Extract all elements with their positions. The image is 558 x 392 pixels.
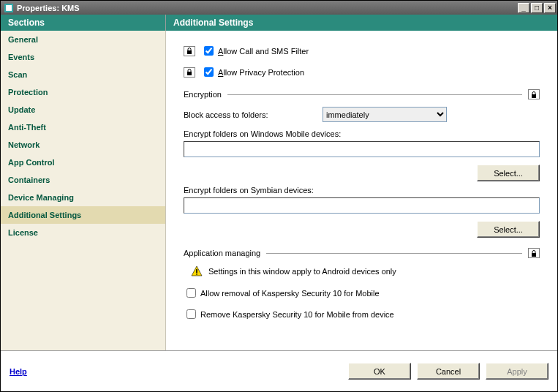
panel-heading: Additional Settings — [166, 15, 557, 31]
remove-ksm-label[interactable]: Remove Kaspersky Security 10 for Mobile … — [200, 310, 394, 319]
sidebar-item-device-managing[interactable]: Device Managing — [1, 189, 165, 206]
sidebar-item-containers[interactable]: Containers — [1, 171, 165, 189]
sidebar-item-events[interactable]: Events — [1, 48, 165, 66]
sidebar-item-license[interactable]: License — [1, 224, 165, 241]
footer: Help OK Cancel Apply — [1, 350, 557, 391]
maximize-button[interactable]: □ — [531, 3, 543, 13]
minimize-button[interactable]: _ — [518, 3, 529, 13]
lock-icon[interactable] — [528, 248, 540, 258]
main-area: GeneralEventsScanProtectionUpdateAnti-Th… — [1, 31, 557, 350]
select-wm-button[interactable]: Select... — [477, 165, 540, 181]
close-button[interactable]: × — [544, 3, 556, 13]
allow-call-sms-row: Allow Call and SMS Filter — [184, 44, 540, 58]
allow-privacy-row: Allow Privacy Protection — [184, 65, 540, 79]
svg-rect-3 — [187, 72, 192, 75]
section-header: Sections Additional Settings — [1, 15, 557, 31]
svg-rect-4 — [532, 94, 536, 98]
sidebar-item-update[interactable]: Update — [1, 101, 165, 118]
svg-rect-5 — [532, 253, 536, 257]
sidebar: GeneralEventsScanProtectionUpdateAnti-Th… — [1, 31, 166, 350]
cancel-button[interactable]: Cancel — [417, 363, 480, 380]
ok-button[interactable]: OK — [348, 363, 411, 380]
svg-rect-8 — [196, 274, 197, 275]
app-icon — [4, 3, 14, 13]
allow-removal-label[interactable]: Allow removal of Kaspersky Security 10 f… — [200, 289, 380, 298]
encryption-group-title: Encryption — [184, 90, 227, 99]
lock-icon[interactable] — [528, 89, 540, 99]
svg-rect-7 — [196, 269, 197, 273]
sidebar-item-scan[interactable]: Scan — [1, 66, 165, 83]
block-access-row: Block access to folders: immediately — [184, 107, 540, 122]
content-panel: Allow Call and SMS Filter Allow Privacy … — [166, 31, 557, 350]
sidebar-item-anti-theft[interactable]: Anti-Theft — [1, 118, 165, 136]
window-title: Properties: KMS — [17, 4, 80, 12]
select-sym-button[interactable]: Select... — [477, 221, 540, 238]
svg-rect-1 — [6, 5, 12, 11]
lock-icon[interactable] — [184, 67, 195, 78]
android-note-text: Settings in this window apply to Android… — [208, 267, 396, 276]
encrypt-sym-label: Encrypt folders on Symbian devices: — [184, 186, 540, 195]
encrypt-sym-input[interactable] — [184, 197, 540, 214]
encryption-group-header: Encryption — [184, 89, 540, 99]
warning-icon — [191, 265, 203, 277]
allow-call-sms-label[interactable]: Allow Call and SMS Filter — [218, 47, 309, 56]
encrypt-wm-label: Encrypt folders on Windows Mobile device… — [184, 129, 540, 138]
allow-call-sms-checkbox[interactable] — [204, 46, 214, 56]
android-note-row: Settings in this window apply to Android… — [191, 265, 540, 277]
app-managing-group-header: Application managing — [184, 248, 540, 258]
block-access-select[interactable]: immediately — [323, 107, 447, 122]
encrypt-wm-input[interactable] — [184, 141, 540, 157]
sidebar-item-additional-settings[interactable]: Additional Settings — [1, 206, 165, 224]
svg-rect-2 — [187, 50, 192, 54]
sidebar-item-general[interactable]: General — [1, 31, 165, 48]
sidebar-item-app-control[interactable]: App Control — [1, 154, 165, 171]
titlebar: Properties: KMS _ □ × — [1, 1, 557, 15]
allow-privacy-label[interactable]: Allow Privacy Protection — [218, 68, 304, 77]
remove-ksm-checkbox[interactable] — [186, 309, 196, 319]
block-access-label: Block access to folders: — [184, 110, 323, 119]
remove-ksm-row: Remove Kaspersky Security 10 for Mobile … — [184, 307, 540, 321]
sidebar-item-protection[interactable]: Protection — [1, 83, 165, 101]
sections-heading: Sections — [1, 15, 166, 31]
app-managing-group-title: Application managing — [184, 249, 266, 257]
help-link[interactable]: Help — [10, 367, 27, 376]
allow-removal-row: Allow removal of Kaspersky Security 10 f… — [184, 286, 540, 300]
sidebar-item-network[interactable]: Network — [1, 136, 165, 154]
lock-icon[interactable] — [184, 46, 195, 56]
allow-privacy-checkbox[interactable] — [204, 67, 214, 77]
apply-button[interactable]: Apply — [486, 363, 548, 380]
allow-removal-checkbox[interactable] — [186, 288, 196, 298]
